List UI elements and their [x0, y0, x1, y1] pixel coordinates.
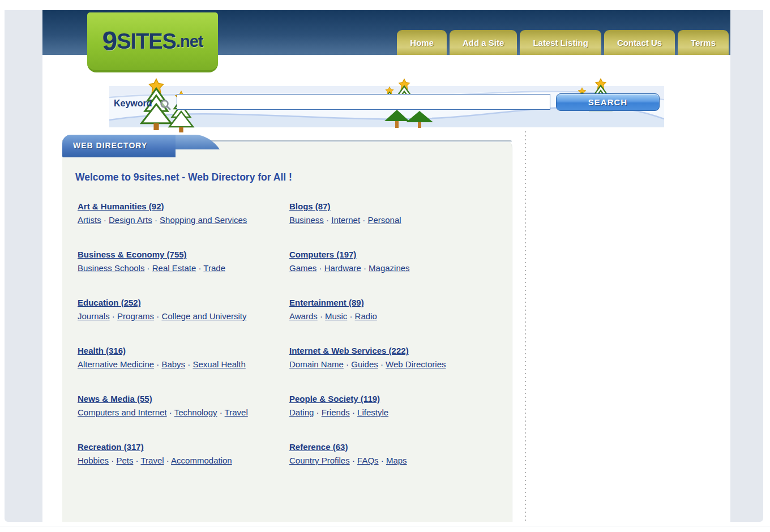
- subcategory-link[interactable]: Travel: [225, 407, 248, 417]
- category-block: Education (252) Journals · Programs · Co…: [78, 296, 283, 323]
- subcategory-link[interactable]: Design Arts: [109, 215, 152, 225]
- keyword-input[interactable]: [177, 94, 550, 110]
- subcategory-link[interactable]: Personal: [367, 215, 401, 225]
- subcategory-link[interactable]: Travel: [140, 456, 164, 465]
- category-links: Journals · Programs · College and Univer…: [78, 310, 283, 323]
- main-nav: Home Add a Site Latest Listing Contact U…: [397, 30, 729, 55]
- category-block: Computers (197) Games · Hardware · Magaz…: [289, 248, 494, 275]
- subcategory-link[interactable]: Maps: [386, 456, 407, 465]
- category-title-link[interactable]: Education (252): [78, 298, 141, 307]
- subcategory-link[interactable]: College and University: [161, 311, 246, 321]
- subcategory-link[interactable]: Business Schools: [78, 263, 144, 273]
- category-links: Alternative Medicine · Babys · Sexual He…: [78, 358, 283, 371]
- link-separator: ·: [144, 263, 152, 273]
- subcategory-link[interactable]: Accommodation: [171, 456, 232, 465]
- link-separator: ·: [109, 456, 116, 465]
- category-title-link[interactable]: Recreation (317): [78, 442, 144, 452]
- link-separator: ·: [318, 311, 325, 321]
- link-separator: ·: [152, 215, 160, 225]
- category-block: Health (316) Alternative Medicine · Baby…: [78, 344, 283, 371]
- subcategory-link[interactable]: Dating: [289, 407, 314, 417]
- subcategory-link[interactable]: Country Profiles: [289, 456, 350, 465]
- logo-text-net: .net: [176, 33, 203, 50]
- subcategory-link[interactable]: Guides: [351, 359, 378, 369]
- category-title-link[interactable]: Entertainment (89): [289, 298, 364, 307]
- category-links: Business · Internet · Personal: [289, 213, 494, 227]
- directory-panel: Welcome to 9sites.net - Web Directory fo…: [62, 140, 512, 522]
- search-icon: [159, 98, 172, 113]
- link-separator: ·: [167, 407, 174, 417]
- subcategory-link[interactable]: Trade: [203, 263, 225, 273]
- category-block: Entertainment (89) Awards · Music · Radi…: [289, 296, 494, 323]
- subcategory-link[interactable]: FAQs: [357, 456, 379, 465]
- search-band: Keyword SEARCH: [109, 86, 664, 127]
- category-title-link[interactable]: Blogs (87): [289, 201, 331, 211]
- subcategory-link[interactable]: Friends: [322, 407, 350, 417]
- page-bottom-divider: [0, 526, 770, 526]
- subcategory-link[interactable]: Hardware: [324, 263, 361, 273]
- category-title-link[interactable]: Business & Economy (755): [78, 250, 187, 259]
- link-separator: ·: [110, 311, 117, 321]
- subcategory-link[interactable]: Domain Name: [289, 359, 344, 369]
- category-links: Dating · Friends · Lifestyle: [289, 406, 494, 419]
- link-separator: ·: [316, 263, 324, 273]
- category-block: Reference (63) Country Profiles · FAQs ·…: [289, 440, 494, 467]
- link-separator: ·: [196, 263, 203, 273]
- category-title-link[interactable]: Health (316): [78, 346, 126, 355]
- category-title-link[interactable]: Computers (197): [289, 250, 356, 259]
- subcategory-link[interactable]: Radio: [355, 311, 377, 321]
- link-separator: ·: [324, 215, 331, 225]
- subcategory-link[interactable]: Technology: [174, 407, 217, 417]
- subcategory-link[interactable]: Programs: [117, 311, 154, 321]
- logo-text-sites: SITES: [117, 31, 176, 52]
- subcategory-link[interactable]: Lifestyle: [357, 407, 388, 417]
- subcategory-link[interactable]: Internet: [331, 215, 360, 225]
- subcategory-link[interactable]: Music: [325, 311, 347, 321]
- nav-tab[interactable]: Terms: [678, 30, 729, 55]
- subcategory-link[interactable]: Web Directories: [386, 359, 446, 369]
- subcategory-link[interactable]: Shopping and Services: [160, 215, 247, 225]
- web-directory-tab-label: WEB DIRECTORY: [73, 141, 147, 150]
- nav-tab[interactable]: Add a Site: [450, 30, 517, 55]
- subcategory-link[interactable]: Games: [289, 263, 316, 273]
- link-separator: ·: [360, 215, 367, 225]
- site-logo[interactable]: 9SITES.net: [87, 12, 218, 72]
- link-separator: ·: [133, 456, 140, 465]
- subcategory-link[interactable]: Awards: [289, 311, 318, 321]
- subcategory-link[interactable]: Magazines: [369, 263, 410, 273]
- subcategory-link[interactable]: Real Estate: [152, 263, 196, 273]
- category-block: Blogs (87) Business · Internet · Persona…: [289, 200, 494, 227]
- link-separator: ·: [378, 359, 386, 369]
- subcategory-link[interactable]: Hobbies: [78, 456, 109, 465]
- subcategory-link[interactable]: Computers and Internet: [78, 407, 167, 417]
- nav-tab[interactable]: Latest Listing: [520, 30, 601, 55]
- subcategory-link[interactable]: Journals: [78, 311, 110, 321]
- link-separator: ·: [185, 359, 192, 369]
- nav-tab[interactable]: Contact Us: [604, 30, 675, 55]
- subcategory-link[interactable]: Alternative Medicine: [78, 359, 154, 369]
- nav-tab[interactable]: Home: [397, 30, 447, 55]
- subcategory-link[interactable]: Sexual Health: [192, 359, 245, 369]
- link-separator: ·: [361, 263, 369, 273]
- search-button[interactable]: SEARCH: [556, 93, 660, 111]
- category-title-link[interactable]: Reference (63): [289, 442, 348, 452]
- category-grid: Art & Humanities (92) Artists · Design A…: [78, 200, 508, 467]
- category-title-link[interactable]: Internet & Web Services (222): [289, 346, 409, 355]
- category-links: Computers and Internet · Technology · Tr…: [78, 406, 283, 419]
- category-links: Business Schools · Real Estate · Trade: [78, 261, 283, 275]
- category-links: Country Profiles · FAQs · Maps: [289, 454, 494, 467]
- category-block: Business & Economy (755) Business School…: [78, 248, 283, 275]
- category-links: Artists · Design Arts · Shopping and Ser…: [78, 213, 283, 227]
- category-title-link[interactable]: News & Media (55): [78, 394, 152, 404]
- link-separator: ·: [350, 456, 357, 465]
- category-title-link[interactable]: People & Society (119): [289, 394, 380, 404]
- subcategory-link[interactable]: Babys: [161, 359, 185, 369]
- link-separator: ·: [217, 407, 225, 417]
- pine-trees-icon: [384, 110, 435, 128]
- category-title-link[interactable]: Art & Humanities (92): [78, 201, 164, 211]
- subcategory-link[interactable]: Pets: [116, 456, 133, 465]
- subcategory-link[interactable]: Artists: [78, 215, 101, 225]
- subcategory-link[interactable]: Business: [289, 215, 324, 225]
- link-separator: ·: [314, 407, 321, 417]
- link-separator: ·: [164, 456, 172, 465]
